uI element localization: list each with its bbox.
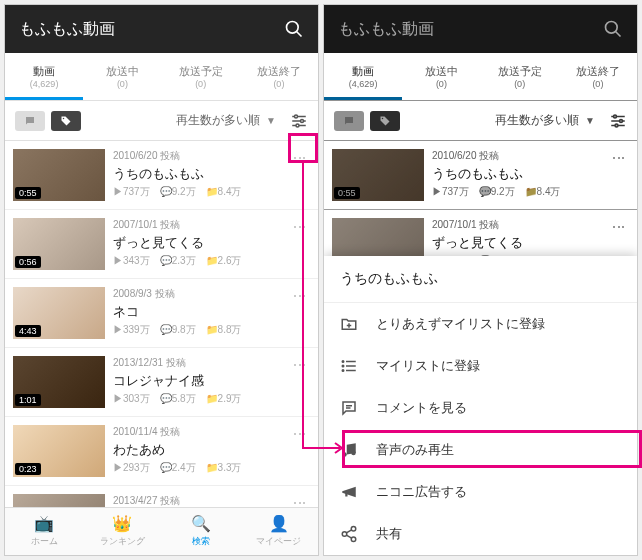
music-icon <box>340 441 360 459</box>
more-icon[interactable]: ⋮ <box>609 149 629 201</box>
tab-ended[interactable]: 放送終了(0) <box>559 53 637 100</box>
svg-line-10 <box>616 32 621 37</box>
video-item[interactable]: 0:55 2010/6/20 投稿 うちのもふもふ ▶737万💬9.2万📁8.4… <box>324 141 637 210</box>
dropdown-icon[interactable]: ▼ <box>585 115 595 126</box>
svg-point-31 <box>342 532 347 537</box>
tab-ended[interactable]: 放送終了(0) <box>240 53 318 100</box>
thumbnail[interactable]: 0:55 <box>13 149 105 201</box>
video-date: 2010/6/20 投稿 <box>113 149 282 163</box>
nav-home[interactable]: 📺ホーム <box>5 508 83 555</box>
video-list: 0:55 2010/6/20 投稿 うちのもふもふ ▶737万💬9.2万📁8.4… <box>5 141 318 509</box>
svg-line-1 <box>297 32 302 37</box>
sheet-share[interactable]: 共有 <box>324 513 637 555</box>
svg-point-17 <box>615 124 618 127</box>
svg-point-24 <box>342 365 344 367</box>
svg-point-2 <box>63 117 65 119</box>
video-item[interactable]: 0:56 2007/10/1 投稿 ずっと見てくる ▶343万💬2.3万📁2.6… <box>5 210 318 279</box>
chip-tag-icon[interactable] <box>370 111 400 131</box>
crown-icon: 👑 <box>112 514 132 533</box>
search-icon: 🔍 <box>191 514 211 533</box>
svg-point-32 <box>351 537 356 542</box>
search-icon[interactable] <box>603 19 623 39</box>
bottom-nav: 📺ホーム 👑ランキング 🔍検索 👤マイページ <box>5 507 318 555</box>
svg-point-7 <box>301 119 304 122</box>
more-icon[interactable]: ⋮ <box>290 218 310 270</box>
share-icon <box>340 525 360 543</box>
nav-search[interactable]: 🔍検索 <box>162 508 240 555</box>
tab-live[interactable]: 放送中(0) <box>402 53 480 100</box>
tabs: 動画(4,629) 放送中(0) 放送予定(0) 放送終了(0) <box>5 53 318 101</box>
action-sheet: うちのもふもふ とりあえずマイリストに登録 マイリストに登録 コメントを見る 音… <box>324 256 637 555</box>
user-icon: 👤 <box>269 514 289 533</box>
svg-line-33 <box>346 530 351 533</box>
thumbnail[interactable]: 0:56 <box>13 218 105 270</box>
video-item[interactable]: 0:23 2010/11/4 投稿 わたあめ ▶293万💬2.4万📁3.3万 ⋮ <box>5 417 318 486</box>
chip-tag-icon[interactable] <box>51 111 81 131</box>
svg-point-29 <box>351 451 356 456</box>
more-icon[interactable]: ⋮ <box>290 425 310 477</box>
phone-right: もふもふ動画 動画(4,629) 放送中(0) 放送予定(0) 放送終了(0) … <box>323 4 638 556</box>
svg-point-15 <box>614 115 617 118</box>
more-icon[interactable]: ⋮ <box>290 149 310 201</box>
video-title: うちのもふもふ <box>113 165 282 183</box>
comment-icon <box>340 399 360 417</box>
svg-point-11 <box>382 117 384 119</box>
header: もふもふ動画 <box>324 5 637 53</box>
video-stats: ▶737万💬9.2万📁8.4万 <box>113 185 282 199</box>
tv-icon: 📺 <box>34 514 54 533</box>
filter-row: 再生数が多い順 ▼ <box>324 101 637 141</box>
tabs: 動画(4,629) 放送中(0) 放送予定(0) 放送終了(0) <box>324 53 637 101</box>
sheet-audio-only[interactable]: 音声のみ再生 <box>324 429 637 471</box>
sheet-title: うちのもふもふ <box>324 256 637 303</box>
nav-mypage[interactable]: 👤マイページ <box>240 508 318 555</box>
nav-ranking[interactable]: 👑ランキング <box>83 508 161 555</box>
header-title: もふもふ動画 <box>19 19 115 40</box>
dropdown-icon[interactable]: ▼ <box>266 115 276 126</box>
tab-video[interactable]: 動画(4,629) <box>5 53 83 100</box>
tab-scheduled[interactable]: 放送予定(0) <box>481 53 559 100</box>
svg-point-9 <box>606 22 618 34</box>
filter-row: 再生数が多い順 ▼ <box>5 101 318 141</box>
chip-comment-icon[interactable] <box>15 111 45 131</box>
header: もふもふ動画 <box>5 5 318 53</box>
video-item[interactable]: 1:01 2013/12/31 投稿 コレジャナイ感 ▶303万💬5.8万📁2.… <box>5 348 318 417</box>
tab-video[interactable]: 動画(4,629) <box>324 53 402 100</box>
svg-point-8 <box>296 124 299 127</box>
sheet-view-comments[interactable]: コメントを見る <box>324 387 637 429</box>
more-icon[interactable]: ⋮ <box>290 356 310 408</box>
tab-scheduled[interactable]: 放送予定(0) <box>162 53 240 100</box>
video-item[interactable]: 4:43 2008/9/3 投稿 ネコ ▶339万💬9.8万📁8.8万 ⋮ <box>5 279 318 348</box>
svg-point-25 <box>342 370 344 372</box>
svg-point-0 <box>287 22 299 34</box>
svg-point-30 <box>351 527 356 532</box>
video-item[interactable]: 0:55 2010/6/20 投稿 うちのもふもふ ▶737万💬9.2万📁8.4… <box>5 141 318 210</box>
tab-live[interactable]: 放送中(0) <box>83 53 161 100</box>
more-icon[interactable]: ⋮ <box>290 287 310 339</box>
chip-comment-icon[interactable] <box>334 111 364 131</box>
megaphone-icon <box>340 483 360 501</box>
sort-label[interactable]: 再生数が多い順 <box>176 112 260 129</box>
sheet-add-temp-mylist[interactable]: とりあえずマイリストに登録 <box>324 303 637 345</box>
thumbnail[interactable]: 0:23 <box>13 425 105 477</box>
svg-point-23 <box>342 361 344 363</box>
folder-plus-icon <box>340 315 360 333</box>
list-icon <box>340 357 360 375</box>
filter-icon[interactable] <box>609 112 627 130</box>
filter-icon[interactable] <box>290 112 308 130</box>
thumbnail[interactable]: 1:01 <box>13 356 105 408</box>
thumbnail[interactable]: 4:43 <box>13 287 105 339</box>
sheet-niconi-ad[interactable]: ニコニ広告する <box>324 471 637 513</box>
search-icon[interactable] <box>284 19 304 39</box>
sheet-add-mylist[interactable]: マイリストに登録 <box>324 345 637 387</box>
svg-line-34 <box>346 535 351 538</box>
video-item[interactable]: 1:20 2013/4/27 投稿 すがりつく ▶245万💬2.3万📁2.4万 … <box>5 486 318 509</box>
svg-point-6 <box>295 115 298 118</box>
phone-left: もふもふ動画 動画(4,629) 放送中(0) 放送予定(0) 放送終了(0) … <box>4 4 319 556</box>
svg-point-16 <box>620 119 623 122</box>
svg-point-28 <box>342 452 347 457</box>
